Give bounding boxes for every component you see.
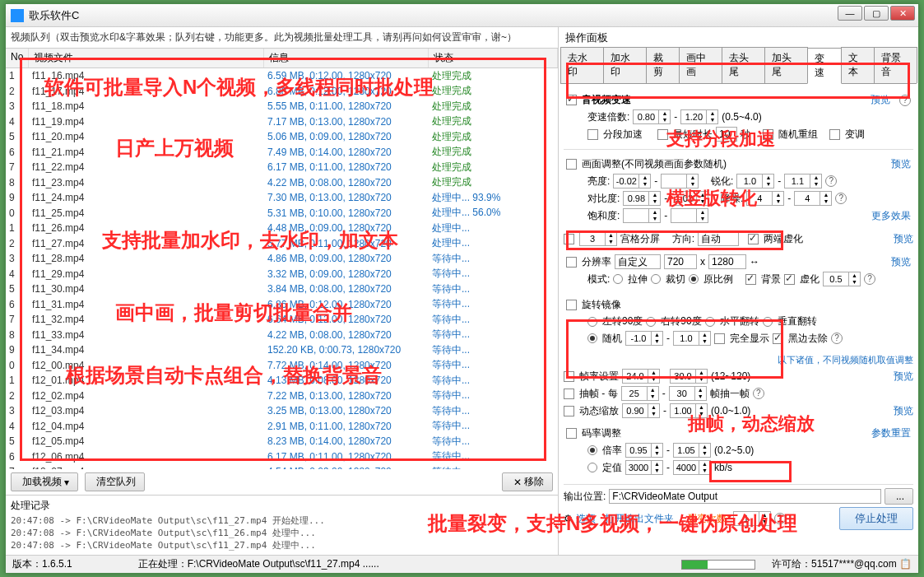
tab-画中画[interactable]: 画中画 <box>679 47 722 83</box>
tab-文本[interactable]: 文本 <box>841 47 875 83</box>
table-row[interactable]: 2f11_27.mp45.77 MB, 0:11.00, 1280x720处理中… <box>6 236 558 252</box>
table-row[interactable]: 3f11_28.mp44.86 MB, 0:09.00, 1280x720等待中… <box>6 251 558 267</box>
window-title: 歌乐软件C <box>29 8 79 23</box>
height-input[interactable] <box>708 254 746 269</box>
tab-背景音[interactable]: 背景音 <box>874 47 917 83</box>
width-input[interactable] <box>664 254 697 269</box>
table-row[interactable]: 5f11_20.mp45.06 MB, 0:09.00, 1280x720处理完… <box>6 129 558 145</box>
copy-icon[interactable]: 📋 <box>899 558 912 570</box>
load-video-button[interactable]: 加载视频 ▾ <box>11 472 78 491</box>
titlebar[interactable]: 歌乐软件C — ▢ ✕ <box>6 4 918 27</box>
swap-icon[interactable]: ↔ <box>750 256 759 268</box>
table-row[interactable]: 8f11_33.mp44.22 MB, 0:08.00, 1280x720等待中… <box>6 328 558 343</box>
queue-caption: 视频队列（双击预览水印&字幕效果；队列右键，功能更多。此为视频批量处理工具，请别… <box>6 27 558 48</box>
table-row[interactable]: 5f11_30.mp43.84 MB, 0:08.00, 1280x720等待中… <box>6 282 558 297</box>
table-row[interactable]: 7f11_22.mp46.17 MB, 0:11.00, 1280x720处理完… <box>6 160 558 175</box>
table-row[interactable]: 3f12_03.mp43.25 MB, 0:13.00, 1280x720等待中… <box>6 403 558 419</box>
open-output-link[interactable]: 打开输出文件夹 <box>605 512 674 526</box>
help-icon[interactable]: ? <box>899 95 911 106</box>
table-row[interactable]: 1f11_26.mp44.48 MB, 0:09.00, 1280x720处理中… <box>6 221 558 236</box>
table-row[interactable]: 3f11_18.mp45.55 MB, 0:11.00, 1280x720处理完… <box>6 99 558 114</box>
table-row[interactable]: 0f12_00.mp47.72 MB, 0:14.00, 1280x720等待中… <box>6 358 558 374</box>
video-list[interactable]: 1f11_16.mp46.59 MB, 0:12.00, 1280x720处理完… <box>6 68 558 469</box>
table-row[interactable]: 6f11_31.mp46.86 MB, 0:12.00, 1280x720等待中… <box>6 297 558 313</box>
tab-去水印[interactable]: 去水印 <box>560 47 604 83</box>
table-row[interactable]: 2f11_17.mp46.88 MB, 0:12.00, 1280x720处理完… <box>6 84 558 100</box>
speed-from-spinner[interactable]: ▲▼ <box>633 109 671 124</box>
table-row[interactable]: 8f11_23.mp44.22 MB, 0:08.00, 1280x720处理完… <box>6 175 558 191</box>
tab-加头尾[interactable]: 加头尾 <box>764 47 808 83</box>
status-bar: 版本：1.6.5.1 正在处理：F:\CRVideoMate Output\sc… <box>6 555 918 573</box>
gear-icon: ⚙ <box>564 513 573 524</box>
table-row[interactable]: 2f12_02.mp47.22 MB, 0:13.00, 1280x720等待中… <box>6 389 558 404</box>
app-icon <box>11 9 24 22</box>
table-row[interactable]: 1f11_16.mp46.59 MB, 0:12.00, 1280x720处理完… <box>6 68 558 84</box>
log-title: 处理记录 <box>11 499 553 513</box>
close-button[interactable]: ✕ <box>890 6 915 21</box>
table-row[interactable]: 9f11_34.mp4152.20 KB, 0:00.73, 1280x720等… <box>6 342 558 358</box>
output-path-input[interactable] <box>609 489 881 504</box>
tab-变速[interactable]: 变速 <box>807 48 841 84</box>
tab-去头尾[interactable]: 去头尾 <box>722 47 765 83</box>
table-row[interactable]: 7f11_32.mp46.64 MB, 0:12.00, 1280x720等待中… <box>6 312 558 328</box>
table-row[interactable]: 4f11_19.mp47.17 MB, 0:13.00, 1280x720处理完… <box>6 114 558 130</box>
stop-button[interactable]: 停止处理 <box>839 507 913 530</box>
log-lines: 20:47:08 -> F:\CRVideoMate Output\sc\f11… <box>11 514 553 551</box>
table-row[interactable]: 4f11_29.mp43.32 MB, 0:09.00, 1280x720等待中… <box>6 267 558 282</box>
table-row[interactable]: 9f11_24.mp47.30 MB, 0:13.00, 1280x720处理中… <box>6 190 558 206</box>
speed-checkbox[interactable] <box>566 95 577 105</box>
panel-title: 操作面板 <box>560 29 917 47</box>
tab-bar: 去水印加水印裁剪画中画去头尾加头尾变速文本背景音 <box>560 47 917 84</box>
progress-bar <box>681 560 755 570</box>
maximize-button[interactable]: ▢ <box>864 6 889 21</box>
table-row[interactable]: 5f12_05.mp48.23 MB, 0:14.00, 1280x720等待中… <box>6 434 558 449</box>
clear-queue-button[interactable]: 清空队列 <box>85 472 145 491</box>
remove-button[interactable]: ✕ 移除 <box>502 472 553 491</box>
min-duration-input[interactable] <box>716 127 737 142</box>
tab-裁剪[interactable]: 裁剪 <box>646 47 680 83</box>
tab-加水印[interactable]: 加水印 <box>603 47 647 83</box>
table-row[interactable]: 4f12_04.mp42.91 MB, 0:11.00, 1280x720等待中… <box>6 419 558 435</box>
table-row[interactable]: 1f12_01.mp44.13 MB, 0:08.00, 1280x720等待中… <box>6 373 558 389</box>
minimize-button[interactable]: — <box>838 6 862 21</box>
table-row[interactable]: 7f12_07.mp44.54 MB, 0:09.00, 1280x720等待中… <box>6 464 558 469</box>
split-count-spinner[interactable]: ▲▼ <box>733 511 771 526</box>
table-row[interactable]: 0f11_25.mp45.31 MB, 0:10.00, 1280x720处理中… <box>6 206 558 221</box>
table-row[interactable]: 6f11_21.mp47.49 MB, 0:14.00, 1280x720处理完… <box>6 145 558 161</box>
browse-button[interactable]: ... <box>885 488 913 505</box>
table-row[interactable]: 6f12_06.mp46.17 MB, 0:11.00, 1280x720等待中… <box>6 449 558 465</box>
speed-to-spinner[interactable]: ▲▼ <box>680 109 718 124</box>
app-window: 歌乐软件C — ▢ ✕ 视频队列（双击预览水印&字幕效果；队列右键，功能更多。此… <box>5 3 919 574</box>
table-header: No. 视频文件 信息 状态 <box>6 48 558 68</box>
options-link[interactable]: 选项 <box>576 512 596 526</box>
speed-preview-link[interactable]: 预览 <box>871 93 890 107</box>
